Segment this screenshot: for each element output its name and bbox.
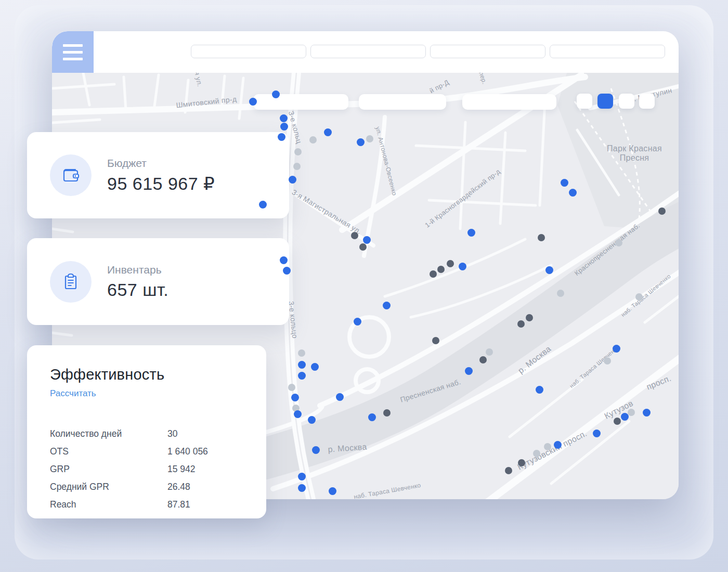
stat-label: OTS [50, 446, 167, 457]
map-marker[interactable] [280, 256, 288, 264]
map-marker[interactable] [544, 443, 551, 450]
map-marker[interactable] [366, 135, 373, 142]
map-marker[interactable] [479, 356, 487, 363]
map-marker[interactable] [538, 234, 545, 241]
stats-row: Reach87.81 [50, 496, 243, 513]
map-marker[interactable] [329, 487, 336, 495]
stat-value: 26.48 [167, 482, 243, 492]
wallet-icon-circle [50, 154, 92, 196]
clipboard-icon-circle [50, 261, 92, 303]
map-marker[interactable] [545, 266, 553, 274]
map-marker[interactable] [294, 410, 302, 418]
map-marker[interactable] [557, 290, 564, 297]
map-marker[interactable] [614, 418, 621, 425]
map-marker[interactable] [486, 348, 493, 356]
map-marker[interactable] [308, 416, 316, 424]
map-view-button-2[interactable] [597, 94, 613, 109]
map-marker[interactable] [505, 467, 512, 474]
map-filter-pill-1[interactable] [253, 94, 348, 110]
map-marker[interactable] [298, 349, 305, 357]
map-marker[interactable] [363, 236, 371, 244]
stats-row: GRP15 942 [50, 460, 243, 478]
map-marker[interactable] [628, 409, 635, 416]
map-marker[interactable] [437, 266, 445, 273]
map-view-button-3[interactable] [619, 94, 634, 109]
map-marker[interactable] [354, 318, 361, 326]
map-marker[interactable] [447, 260, 454, 267]
map-marker[interactable] [291, 394, 299, 401]
stat-value: 15 942 [167, 464, 243, 475]
map-marker[interactable] [569, 189, 577, 197]
map-marker[interactable] [465, 367, 473, 375]
map-marker[interactable] [383, 302, 391, 309]
map-marker[interactable] [289, 176, 296, 184]
map-marker[interactable] [561, 179, 568, 187]
map-marker[interactable] [526, 314, 533, 321]
stat-label: Reach [50, 499, 167, 510]
effectiveness-stats: Количество дней30OTS1 640 056GRP15 942Ср… [50, 425, 243, 513]
map-marker[interactable] [459, 263, 466, 270]
map-marker[interactable] [351, 232, 358, 239]
stat-value: 87.81 [167, 499, 243, 510]
map-marker[interactable] [312, 446, 320, 454]
budget-value: 95 615 967 ₽ [107, 173, 215, 194]
map-filter-pill-2[interactable] [359, 94, 446, 110]
map-marker[interactable] [311, 363, 319, 371]
map-marker[interactable] [280, 114, 288, 122]
map-marker[interactable] [613, 345, 620, 353]
map-view-button-1[interactable] [577, 94, 592, 109]
map-marker[interactable] [324, 128, 332, 136]
map-marker[interactable] [293, 163, 301, 170]
map-marker[interactable] [518, 459, 525, 466]
inventory-value: 657 шт. [107, 280, 168, 300]
search-input-1[interactable] [191, 45, 306, 58]
map-marker[interactable] [272, 90, 280, 98]
map-marker[interactable] [368, 413, 376, 421]
map-marker[interactable] [259, 201, 267, 209]
map-marker[interactable] [280, 123, 288, 131]
map-marker[interactable] [554, 441, 562, 449]
map-marker[interactable] [643, 409, 651, 417]
map-marker[interactable] [593, 430, 601, 437]
map-marker[interactable] [298, 372, 306, 380]
map-marker[interactable] [359, 243, 367, 251]
inventory-card: Инвентарь 657 шт. [27, 238, 289, 325]
map-marker[interactable] [615, 239, 622, 246]
map-filter-pill-3[interactable] [462, 94, 556, 110]
map-marker[interactable] [309, 136, 317, 144]
search-input-2[interactable] [310, 45, 426, 58]
map-marker[interactable] [635, 293, 643, 301]
effectiveness-card: Эффективность Рассчитать Количество дней… [27, 345, 266, 518]
effectiveness-title: Эффективность [50, 366, 243, 383]
map-marker[interactable] [383, 409, 391, 417]
stat-label: GRP [50, 464, 167, 475]
map-marker[interactable] [658, 207, 666, 215]
map-marker[interactable] [432, 337, 439, 344]
map-marker[interactable] [357, 138, 365, 146]
map-marker[interactable] [249, 98, 257, 106]
map-marker[interactable] [298, 484, 306, 492]
map-marker[interactable] [604, 357, 611, 365]
map-marker[interactable] [298, 473, 306, 480]
menu-button[interactable] [52, 31, 94, 73]
search-input-4[interactable] [550, 45, 665, 58]
map-marker[interactable] [278, 133, 285, 141]
top-bar [52, 31, 679, 73]
calculate-link[interactable]: Рассчитать [50, 388, 96, 399]
map-marker[interactable] [336, 393, 344, 401]
map-marker[interactable] [283, 267, 291, 275]
wallet-icon [60, 165, 81, 186]
map-marker[interactable] [430, 270, 437, 278]
map-marker[interactable] [294, 148, 302, 155]
map-marker[interactable] [298, 361, 306, 369]
map-marker[interactable] [517, 320, 525, 328]
map-marker[interactable] [288, 384, 295, 391]
map-marker[interactable] [533, 450, 540, 457]
hamburger-icon [63, 44, 83, 47]
map-marker[interactable] [467, 229, 475, 237]
search-input-3[interactable] [430, 45, 545, 58]
map-marker[interactable] [621, 413, 629, 421]
map-marker[interactable] [536, 386, 543, 394]
map-view-button-4[interactable] [639, 94, 655, 109]
stats-row: Средний GPR26.48 [50, 478, 243, 496]
